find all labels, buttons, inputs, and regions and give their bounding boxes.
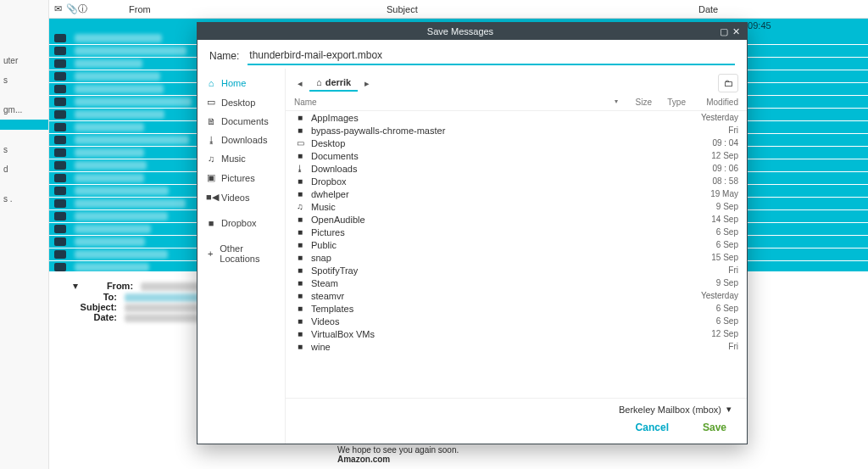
nav-forward-icon[interactable]: ▸: [361, 78, 373, 89]
folder-icon: ■: [206, 218, 216, 228]
nav-back-icon[interactable]: ◂: [294, 78, 306, 89]
new-folder-button[interactable]: 🗀: [718, 74, 738, 92]
place-downloads[interactable]: ⭳Downloads: [198, 131, 285, 149]
col-from[interactable]: From: [90, 4, 387, 14]
envelope-icon: ✉: [54, 3, 66, 14]
preview-date-label: Date:: [73, 312, 117, 322]
mail-folder-item[interactable]: s: [0, 140, 48, 159]
mail-folder-item[interactable]: d: [0, 159, 48, 179]
envelope-icon: [54, 123, 66, 131]
file-row[interactable]: ■wineFri: [286, 340, 747, 353]
envelope-icon: [54, 250, 66, 259]
filetype-dropdown[interactable]: Berkeley Mailbox (mbox) ▾: [619, 404, 732, 415]
col-type[interactable]: Type: [652, 98, 686, 107]
envelope-icon: [54, 85, 66, 93]
file-row[interactable]: ■dwhelper19 May: [286, 187, 747, 200]
mail-folder-item[interactable]: [0, 130, 48, 140]
place-other-locations[interactable]: +Other Locations: [198, 239, 285, 268]
file-row[interactable]: ■bypass-paywalls-chrome-masterFri: [286, 124, 747, 137]
desktop-icon: ▭: [206, 97, 216, 108]
place-dropbox[interactable]: ■Dropbox: [198, 214, 285, 232]
file-row[interactable]: ♫Music9 Sep: [286, 200, 747, 213]
folder-icon: ■: [294, 189, 306, 198]
folder-icon: ■: [294, 227, 306, 237]
file-row[interactable]: ■Steam9 Sep: [286, 276, 747, 289]
place-label: Documents: [221, 116, 269, 126]
mail-folder-item[interactable]: [0, 120, 48, 130]
file-name: bypass-paywalls-chrome-master: [311, 126, 686, 136]
file-name: Templates: [311, 304, 686, 314]
file-row[interactable]: ■snap15 Sep: [286, 251, 747, 264]
mail-folder-item[interactable]: s .: [0, 189, 48, 209]
file-modified: 6 Sep: [686, 240, 738, 249]
file-row[interactable]: ■Videos6 Sep: [286, 315, 747, 327]
folder-icon: ■: [294, 151, 306, 160]
file-row[interactable]: ■OpenAudible14 Sep: [286, 213, 747, 226]
col-subject[interactable]: Subject: [387, 4, 698, 14]
folder-icon: ■: [294, 253, 306, 262]
file-modified: 14 Sep: [686, 215, 738, 224]
envelope-icon: [54, 199, 66, 208]
file-modified: 9 Sep: [686, 202, 738, 211]
col-date[interactable]: Date: [698, 4, 868, 14]
folder-icon: ■: [294, 126, 306, 135]
filename-input[interactable]: [248, 47, 735, 65]
place-videos[interactable]: ■◀Videos: [198, 187, 285, 207]
cancel-button[interactable]: Cancel: [636, 422, 669, 433]
download-icon: ⭳: [294, 164, 306, 173]
close-icon[interactable]: ✕: [730, 26, 742, 37]
mail-folder-item[interactable]: uter: [0, 51, 48, 70]
file-row[interactable]: ■AppImagesYesterday: [286, 111, 747, 124]
file-modified: Fri: [686, 265, 738, 275]
mail-folder-item[interactable]: s: [0, 70, 48, 90]
chevron-down-icon: ▾: [726, 404, 732, 415]
file-name: Pictures: [311, 227, 686, 237]
place-label: Desktop: [221, 98, 255, 108]
file-row[interactable]: ■Pictures6 Sep: [286, 226, 747, 238]
place-desktop[interactable]: ▭Desktop: [198, 92, 285, 112]
col-name[interactable]: Name: [294, 98, 611, 107]
file-row[interactable]: ■SpotifyTrayFri: [286, 264, 747, 276]
file-name: dwhelper: [311, 189, 686, 199]
place-music[interactable]: ♫Music: [198, 149, 285, 168]
folder-icon: ■: [294, 113, 306, 122]
file-name: Dropbox: [311, 176, 686, 187]
place-label: Music: [221, 154, 246, 164]
file-modified: 09 : 04: [686, 138, 738, 148]
folder-icon: ■: [294, 291, 306, 300]
dialog-title: Save Messages: [203, 26, 718, 36]
file-row[interactable]: ■VirtualBox VMs12 Sep: [286, 327, 747, 340]
place-documents[interactable]: 🗎Documents: [198, 112, 285, 131]
maximize-icon[interactable]: ▢: [718, 26, 730, 37]
save-button[interactable]: Save: [703, 422, 726, 433]
mail-body-snippet: We hope to see you again soon. Amazon.co…: [49, 445, 868, 469]
plus-icon: +: [206, 248, 214, 259]
mail-folder-item[interactable]: gm...: [0, 100, 48, 120]
file-row[interactable]: ■Public6 Sep: [286, 238, 747, 251]
file-row[interactable]: ▭Desktop09 : 04: [286, 137, 747, 149]
col-modified[interactable]: Modified: [686, 98, 738, 107]
collapse-icon[interactable]: ▾: [73, 280, 78, 292]
file-row[interactable]: ■Dropbox08 : 58: [286, 175, 747, 187]
file-name: AppImages: [311, 113, 686, 123]
place-home[interactable]: ⌂Home: [198, 74, 285, 92]
envelope-icon: [54, 187, 66, 195]
place-pictures[interactable]: ▣Pictures: [198, 168, 285, 187]
breadcrumb-home[interactable]: ⌂ derrik: [309, 75, 358, 92]
file-modified: 6 Sep: [686, 227, 738, 237]
folder-icon: ■: [294, 176, 306, 186]
preview-to-label: To:: [73, 292, 117, 302]
file-row[interactable]: ■Templates6 Sep: [286, 302, 747, 315]
envelope-icon: [54, 174, 66, 182]
file-row[interactable]: ⭳Downloads09 : 06: [286, 162, 747, 175]
file-list[interactable]: ■AppImagesYesterday■bypass-paywalls-chro…: [286, 111, 747, 398]
file-row[interactable]: ■steamvrYesterday: [286, 289, 747, 302]
mail-folder-item[interactable]: [0, 179, 48, 189]
place-label: Dropbox: [221, 218, 257, 228]
file-modified: 08 : 58: [686, 176, 738, 186]
col-size[interactable]: Size: [618, 98, 652, 107]
file-row[interactable]: ■Documents12 Sep: [286, 149, 747, 162]
mail-folder-item[interactable]: [0, 90, 48, 100]
place-label: Downloads: [221, 135, 267, 145]
mail-folder-item[interactable]: [0, 209, 48, 219]
